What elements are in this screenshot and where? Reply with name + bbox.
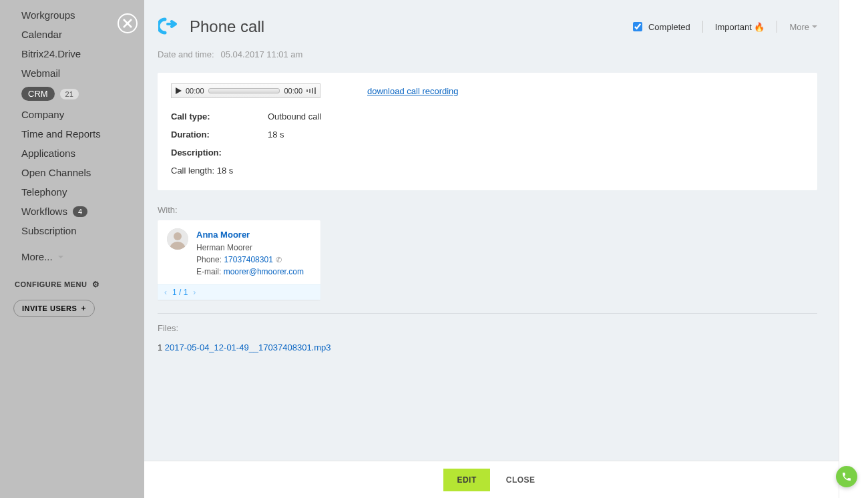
contact-name-link[interactable]: Anna Moorer [196, 228, 304, 242]
sidebar-item-time-reports[interactable]: Time and Reports [0, 124, 144, 144]
files-label: Files: [158, 323, 817, 333]
sidebar-item-telephony[interactable]: Telephony [0, 182, 144, 202]
avatar[interactable] [167, 228, 188, 250]
outbound-call-icon [158, 16, 179, 37]
completed-checkbox[interactable]: Completed [630, 20, 690, 33]
panel-footer: EDIT CLOSE [144, 461, 839, 498]
audio-player[interactable]: 00:00 00:00 [171, 83, 320, 98]
sidebar-item-more[interactable]: More... [0, 247, 144, 266]
sidebar-item-company[interactable]: Company [0, 105, 144, 124]
download-recording-link[interactable]: download call recording [367, 86, 459, 96]
pager-next[interactable]: › [193, 288, 196, 297]
invite-users-button[interactable]: INVITE USERS+ [13, 300, 95, 317]
plus-icon: + [81, 304, 86, 313]
datetime-row: Date and time:05.04.2017 11:01 am [158, 49, 817, 59]
important-toggle[interactable]: Important 🔥 [715, 22, 765, 32]
volume-icon[interactable] [306, 87, 316, 94]
call-details-box: 00:00 00:00 download call recording Call… [158, 73, 817, 190]
close-panel-button[interactable] [118, 13, 138, 33]
pager-prev[interactable]: ‹ [164, 288, 167, 297]
contact-email-link[interactable]: moorer@hmoorer.com [224, 267, 304, 276]
workflows-badge: 4 [73, 206, 87, 217]
contact-phone-link[interactable]: 17037408301 [224, 255, 272, 264]
sidebar-item-drive[interactable]: Bitrix24.Drive [0, 44, 144, 63]
with-label: With: [158, 205, 817, 215]
play-icon[interactable] [176, 87, 182, 94]
edit-button[interactable]: EDIT [443, 469, 489, 491]
caret-down-icon [812, 25, 817, 28]
close-button[interactable]: CLOSE [502, 475, 539, 485]
detail-panel: Phone call Completed Important 🔥 More Da… [144, 0, 839, 498]
gear-icon: ⚙ [92, 280, 100, 289]
contact-company: Herman Moorer [196, 242, 304, 254]
flame-icon: 🔥 [754, 22, 765, 32]
sidebar-item-open-channels[interactable]: Open Channels [0, 163, 144, 182]
close-icon [123, 19, 132, 28]
seek-bar[interactable] [208, 88, 280, 93]
file-link[interactable]: 2017-05-04_12-01-49__17037408301.mp3 [165, 342, 331, 352]
phone-icon[interactable]: ✆ [276, 256, 282, 264]
right-rail [839, 0, 868, 498]
sidebar-item-webmail[interactable]: Webmail [0, 63, 144, 83]
page-title: Phone call [190, 17, 264, 36]
phone-fab[interactable] [836, 466, 857, 487]
caret-down-icon [58, 256, 63, 258]
more-dropdown[interactable]: More [789, 22, 817, 32]
sidebar-item-applications[interactable]: Applications [0, 144, 144, 163]
svg-point-3 [174, 232, 182, 240]
sidebar-item-crm[interactable]: CRM21 [0, 83, 144, 105]
contact-pager: ‹ 1 / 1 › [158, 284, 320, 300]
configure-menu[interactable]: CONFIGURE MENU ⚙ [0, 266, 144, 289]
sidebar-item-workflows[interactable]: Workflows4 [0, 202, 144, 221]
sidebar: Workgroups Calendar Bitrix24.Drive Webma… [0, 0, 144, 498]
phone-icon [841, 471, 852, 482]
contact-card: Anna Moorer Herman Moorer Phone: 1703740… [158, 220, 320, 300]
crm-badge: 21 [60, 89, 79, 99]
sidebar-item-subscription[interactable]: Subscription [0, 221, 144, 240]
